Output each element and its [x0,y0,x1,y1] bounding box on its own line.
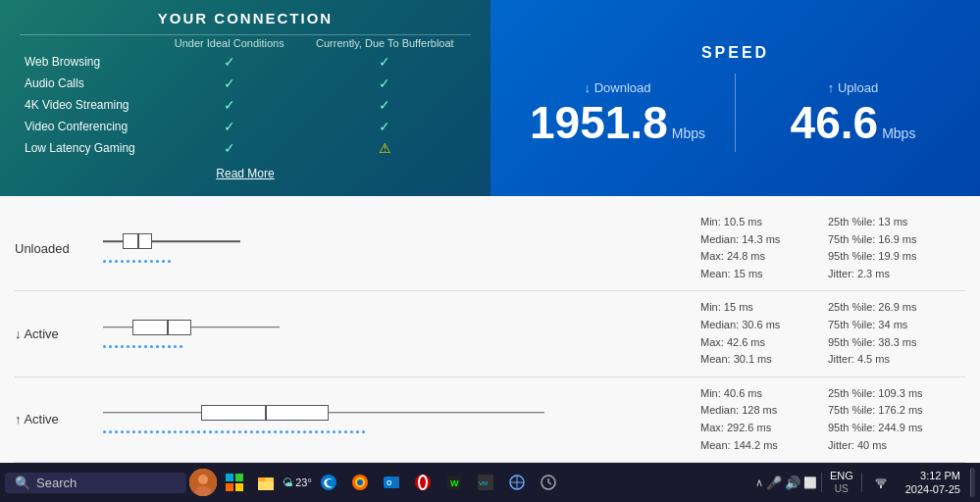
dot [162,260,165,263]
dot [162,430,165,433]
dot [121,345,124,348]
dot [250,430,253,433]
box-plot-area [103,307,700,361]
dot [327,430,330,433]
firefox-icon[interactable] [345,468,375,497]
current-cell: ⚠ [299,137,471,159]
stat-item: 75th %ile: 176.2 ms [828,402,965,420]
latency-label: ↑ Active [15,412,103,427]
connection-panel: YOUR CONNECTION Under Ideal Conditions C… [0,0,490,196]
row-label: Audio Calls [20,73,160,94]
dot [109,260,112,263]
winamp-icon[interactable]: W [439,468,469,497]
download-number: 1951.8 [530,100,668,145]
dot [227,430,230,433]
language-block[interactable]: ENG US [826,470,857,494]
svg-rect-15 [391,477,399,488]
svg-rect-9 [258,481,274,490]
dot [144,345,147,348]
current-cell: ✓ [299,116,471,137]
dot [168,260,171,263]
dot [321,430,324,433]
dot [109,430,112,433]
dot [156,260,159,263]
network-icon[interactable] [502,468,532,497]
ideal-cell: ✓ [160,116,299,137]
dot [150,345,153,348]
search-text: Search [36,476,77,490]
col-current: Currently, Due To Bufferbloat [299,35,471,52]
dot [115,260,118,263]
box-plot-container [103,231,240,251]
network-tray-icon[interactable] [866,468,896,497]
connection-table: Under Ideal Conditions Currently, Due To… [20,34,471,183]
dot [121,430,124,433]
dot [144,260,147,263]
file-explorer-icon[interactable] [251,468,281,497]
clock-settings-icon[interactable] [534,468,563,497]
start-button[interactable] [220,468,249,497]
row-label: Low Latency Gaming [20,137,160,159]
svg-point-10 [321,475,336,490]
svg-text:W: W [450,478,459,488]
search-icon: 🔍 [15,476,30,490]
dot [350,430,353,433]
dot [121,260,124,263]
latency-label: ↓ Active [15,326,103,341]
stats-left: Min: 15 msMedian: 30.6 msMax: 42.6 msMea… [700,299,828,368]
stat-item: Mean: 144.2 ms [700,437,828,455]
tray-divider [821,473,822,492]
svg-rect-3 [226,474,233,481]
time-display: 3:12 PM [905,469,960,482]
svg-line-28 [548,482,551,484]
weather-widget[interactable]: 🌤 23° [283,468,312,497]
stat-item: Mean: 15 ms [700,266,828,283]
dot [127,345,129,348]
taskbar-avatar[interactable] [188,468,218,497]
chevron-up-icon[interactable]: ∧ [755,477,763,489]
opera-icon[interactable] [408,468,438,497]
dot [127,430,129,433]
taskbar-right: ∧ 🎤 🔊 ⬜ ENG US 3:12 PM 2024-07-25 [755,468,975,497]
svg-point-2 [195,486,211,496]
stat-item: 95th %ile: 244.9 ms [828,420,965,437]
stat-item: Median: 30.6 ms [700,317,828,334]
dot [132,430,135,433]
read-more-link[interactable]: Read More [216,167,274,180]
speaker-icon[interactable]: 🔊 [785,476,800,490]
row-label: Web Browsing [20,51,160,73]
edge-icon[interactable] [314,468,343,497]
dot [309,430,312,433]
dot [303,430,306,433]
table-row: Low Latency Gaming ✓ ⚠ [20,137,471,159]
stat-item: 95th %ile: 38.3 ms [828,334,965,352]
dot [338,430,341,433]
ideal-cell: ✓ [160,94,299,116]
dot [268,430,271,433]
dot [150,260,153,263]
bp-whisker-line [103,326,280,328]
upload-label: ↑ Upload [828,80,878,95]
dot [315,430,318,433]
svg-point-13 [357,479,363,485]
language-label: ENG [830,470,853,482]
battery-icon[interactable]: ⬜ [803,477,817,489]
dot [274,430,277,433]
clock-display[interactable]: 3:12 PM 2024-07-25 [900,469,966,497]
stat-item: 25th %ile: 109.3 ms [828,385,965,403]
outlook-icon[interactable]: O [377,468,406,497]
dot [138,260,141,263]
dot [103,260,106,263]
current-cell: ✓ [299,73,471,94]
dot [174,430,177,433]
dot [333,430,335,433]
dot [256,430,259,433]
stat-item: 75th %ile: 16.9 ms [828,231,965,249]
show-desktop-button[interactable] [970,468,975,497]
stat-item: Max: 24.8 ms [700,248,828,266]
table-row: Video Conferencing ✓ ✓ [20,116,471,137]
taskbar-search[interactable]: 🔍 Search [5,473,186,493]
voice-meeter-icon[interactable]: VM [471,468,500,497]
mic-icon[interactable]: 🎤 [766,476,782,490]
dot [244,430,247,433]
